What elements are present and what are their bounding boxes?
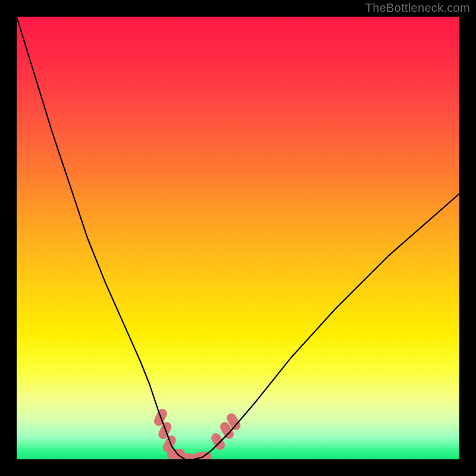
chart-canvas: [17, 17, 459, 459]
bottleneck-plot: [17, 17, 459, 459]
watermark-text: TheBottleneck.com: [365, 1, 470, 15]
bottleneck-curve-path: [17, 17, 459, 459]
